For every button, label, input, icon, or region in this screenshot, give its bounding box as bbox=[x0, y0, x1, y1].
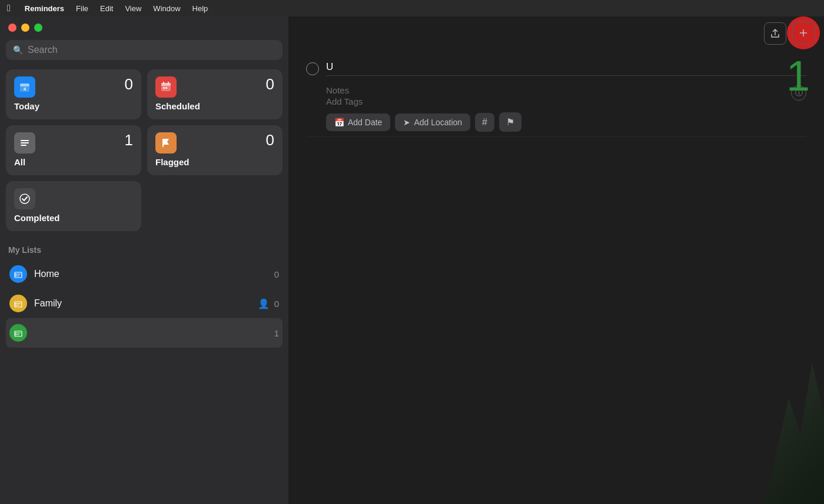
my-lists-header: My Lists bbox=[6, 243, 283, 259]
completed-icon bbox=[14, 188, 35, 209]
svg-rect-4 bbox=[161, 83, 171, 86]
calendar-icon: 📅 bbox=[334, 118, 344, 127]
flag-icon: ⚑ bbox=[506, 116, 514, 128]
close-button[interactable] bbox=[8, 24, 16, 32]
all-label: All bbox=[14, 157, 133, 167]
add-location-label: Add Location bbox=[414, 118, 462, 127]
svg-point-18 bbox=[15, 275, 16, 276]
tags-label: Add Tags bbox=[326, 96, 784, 106]
today-icon: 4 bbox=[14, 76, 35, 98]
menu-help[interactable]: Help bbox=[192, 4, 208, 13]
svg-rect-24 bbox=[15, 331, 22, 336]
list-item-family[interactable]: Family 👤 0 bbox=[6, 289, 283, 318]
add-date-label: Add Date bbox=[348, 118, 382, 127]
add-reminder-button[interactable] bbox=[792, 22, 815, 44]
maximize-button[interactable] bbox=[34, 24, 42, 32]
sidebar: 🔍 4 0 Today bbox=[0, 16, 288, 504]
apple-logo-icon:  bbox=[7, 3, 11, 14]
reminder-content-1 bbox=[326, 61, 806, 76]
reminder-circle-1[interactable] bbox=[306, 62, 319, 75]
unnamed-list-count: 1 bbox=[274, 328, 279, 338]
menu-view[interactable]: View bbox=[125, 4, 141, 13]
menu-bar:  Reminders File Edit View Window Help bbox=[0, 0, 824, 16]
add-date-button[interactable]: 📅 Add Date bbox=[326, 114, 390, 131]
notes-label: Notes bbox=[326, 85, 784, 95]
home-list-meta: 0 bbox=[274, 269, 279, 279]
smart-lists-grid: 4 0 Today bbox=[6, 69, 283, 175]
toolbar bbox=[288, 16, 824, 51]
main-panel: 1 Notes Add Tags 📅 Add bbox=[288, 16, 824, 504]
menu-file[interactable]: File bbox=[76, 4, 88, 13]
flagged-icon bbox=[155, 132, 177, 153]
share-button[interactable] bbox=[764, 22, 786, 45]
menu-window[interactable]: Window bbox=[153, 4, 180, 13]
scheduled-label: Scheduled bbox=[155, 101, 274, 111]
all-count: 1 bbox=[125, 132, 133, 148]
reminder-row-1 bbox=[306, 56, 806, 81]
svg-rect-7 bbox=[163, 87, 165, 89]
svg-rect-12 bbox=[162, 139, 164, 147]
smart-card-today[interactable]: 4 0 Today bbox=[6, 69, 141, 119]
search-bar[interactable]: 🔍 bbox=[6, 40, 283, 60]
minimize-button[interactable] bbox=[21, 24, 29, 32]
svg-rect-14 bbox=[15, 272, 22, 278]
scheduled-icon bbox=[155, 76, 177, 98]
svg-rect-9 bbox=[21, 140, 29, 141]
shared-icon: 👤 bbox=[258, 298, 270, 309]
hash-icon: # bbox=[482, 117, 487, 128]
add-tag-button[interactable]: # bbox=[475, 113, 494, 132]
reminders-area: Notes Add Tags 📅 Add Date ➤ Add Location… bbox=[288, 51, 824, 504]
search-icon: 🔍 bbox=[13, 45, 23, 55]
all-icon bbox=[14, 132, 35, 153]
svg-point-23 bbox=[15, 305, 16, 306]
list-item-unnamed[interactable]: 1 bbox=[6, 318, 283, 348]
home-list-count: 0 bbox=[274, 269, 279, 279]
svg-point-17 bbox=[15, 273, 16, 275]
smart-card-all[interactable]: 1 All bbox=[6, 125, 141, 175]
scheduled-count: 0 bbox=[266, 76, 274, 92]
family-list-meta: 👤 0 bbox=[258, 298, 279, 309]
smart-card-completed[interactable]: Completed bbox=[6, 181, 141, 231]
unnamed-list-icon bbox=[9, 324, 27, 342]
list-item-home[interactable]: Home 0 bbox=[6, 259, 283, 289]
svg-point-13 bbox=[20, 194, 29, 203]
completed-label: Completed bbox=[14, 213, 133, 223]
search-input[interactable] bbox=[28, 45, 275, 55]
smart-card-scheduled[interactable]: 0 Scheduled bbox=[147, 69, 283, 119]
action-buttons: 📅 Add Date ➤ Add Location # ⚑ bbox=[326, 112, 784, 132]
svg-point-27 bbox=[15, 332, 16, 333]
smart-card-flagged[interactable]: 0 Flagged bbox=[147, 125, 283, 175]
flagged-count: 0 bbox=[266, 132, 274, 148]
app-body: 🔍 4 0 Today bbox=[0, 16, 824, 504]
svg-point-28 bbox=[15, 334, 16, 335]
main-count: 1 bbox=[786, 52, 810, 100]
family-list-label: Family bbox=[34, 298, 251, 309]
location-icon: ➤ bbox=[403, 118, 410, 127]
reminder-detail-area: Notes Add Tags 📅 Add Date ➤ Add Location… bbox=[326, 85, 784, 132]
reminder-detail-row: Notes Add Tags 📅 Add Date ➤ Add Location… bbox=[306, 81, 806, 137]
menu-edit[interactable]: Edit bbox=[100, 4, 113, 13]
svg-rect-11 bbox=[21, 145, 26, 146]
family-list-count: 0 bbox=[274, 299, 279, 309]
svg-rect-10 bbox=[21, 142, 29, 143]
home-list-label: Home bbox=[34, 269, 267, 279]
home-list-icon bbox=[9, 265, 27, 283]
svg-text:4: 4 bbox=[24, 86, 26, 92]
flagged-label: Flagged bbox=[155, 157, 274, 167]
add-flag-button[interactable]: ⚑ bbox=[499, 112, 521, 132]
today-count: 0 bbox=[125, 76, 133, 92]
svg-rect-19 bbox=[15, 302, 22, 307]
today-label: Today bbox=[14, 101, 133, 111]
svg-rect-8 bbox=[165, 87, 167, 89]
svg-point-22 bbox=[15, 303, 16, 304]
reminder-text-input[interactable] bbox=[326, 61, 806, 76]
family-list-icon bbox=[9, 295, 27, 312]
unnamed-list-meta: 1 bbox=[274, 328, 279, 338]
add-location-button[interactable]: ➤ Add Location bbox=[395, 114, 470, 131]
app-name: Reminders bbox=[25, 4, 64, 13]
